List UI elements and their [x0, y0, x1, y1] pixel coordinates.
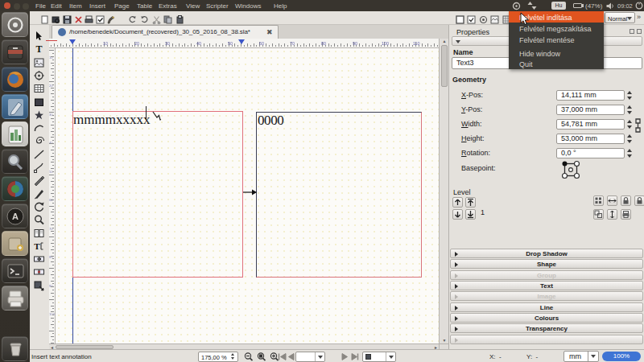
- svg-text:T: T: [34, 241, 40, 251]
- svg-text:A: A: [12, 212, 19, 221]
- svg-text:T: T: [35, 43, 42, 55]
